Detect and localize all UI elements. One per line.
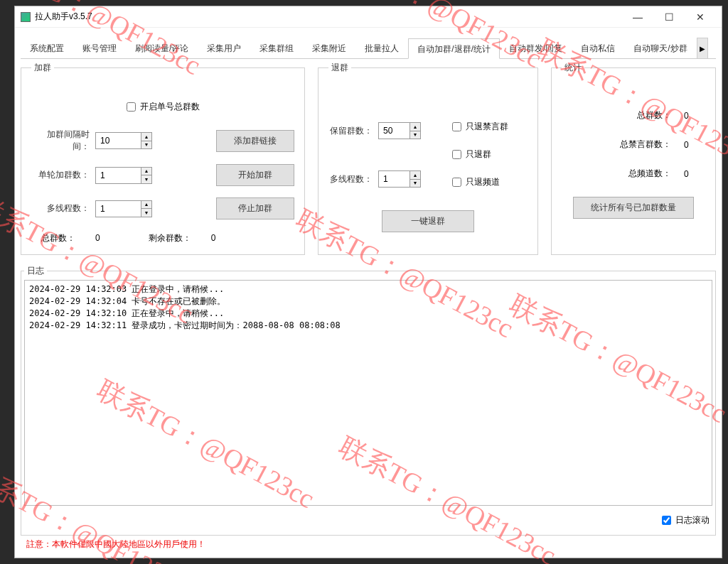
stats-legend: 统计	[562, 62, 584, 74]
tab-auto-send[interactable]: 自动群发/回复	[500, 38, 572, 58]
app-window: 拉人助手v3.5.7 ― ☐ ✕ 系统配置 账号管理 刷阅读量/评论 采集用户 …	[14, 6, 722, 558]
only-group-checkbox[interactable]	[452, 150, 461, 159]
enable-single-total-checkbox[interactable]	[127, 102, 136, 112]
round-input[interactable]	[95, 167, 141, 184]
interval-label: 加群间隔时间：	[31, 129, 90, 153]
warning-text: 註意：本軟件僅限中國大陸地區以外用戶使用！	[21, 536, 716, 552]
log-legend: 日志	[24, 265, 47, 277]
tab-auto-dm[interactable]: 自动私信	[572, 38, 624, 58]
tab-scroll-right[interactable]: ▶	[697, 38, 708, 58]
maximize-button[interactable]: ☐	[653, 7, 685, 27]
add-link-button[interactable]: 添加群链接	[216, 130, 294, 152]
tab-batch-pull[interactable]: 批量拉人	[355, 38, 408, 58]
quit-threads-input[interactable]	[378, 170, 410, 188]
tab-auto-group[interactable]: 自动加群/退群/统计	[408, 38, 500, 59]
log-panel: 日志 2024-02-29 14:32:03 正在登录中，请稍候... 2024…	[21, 265, 716, 536]
remain-groups-label: 剩余群数：	[149, 233, 191, 243]
join-legend: 加群	[31, 62, 54, 74]
app-icon	[21, 12, 31, 22]
log-textarea[interactable]: 2024-02-29 14:32:03 正在登录中，请稍候... 2024-02…	[24, 280, 712, 506]
join-panel: 加群 开启单号总群数 加群间隔时间： ▲▼ 添加群链接	[21, 62, 305, 255]
join-threads-label: 多线程数：	[31, 202, 90, 215]
enable-single-total-label: 开启单号总群数	[140, 101, 200, 113]
keep-label: 保留群数：	[328, 125, 373, 137]
stats-banned-value: 0	[684, 140, 705, 150]
calc-stats-button[interactable]: 统计所有号已加群数量	[573, 197, 694, 219]
tab-read-comment[interactable]: 刷阅读量/评论	[126, 38, 198, 58]
tab-auto-chat[interactable]: 自动聊天/炒群	[624, 38, 696, 58]
quit-panel: 退群 保留群数： ▲▼ 多线程数：	[318, 62, 538, 255]
minimize-button[interactable]: ―	[622, 7, 653, 27]
start-join-button[interactable]: 开始加群	[216, 164, 294, 186]
join-threads-input[interactable]	[95, 200, 141, 217]
keep-input[interactable]	[378, 122, 410, 139]
tab-collect-user[interactable]: 采集用户	[198, 38, 250, 58]
content-area: 加群 开启单号总群数 加群间隔时间： ▲▼ 添加群链接	[15, 59, 722, 558]
round-spinner[interactable]: ▲▼	[141, 167, 152, 184]
stats-total-label: 总群数：	[607, 109, 671, 121]
stats-channels-value: 0	[684, 169, 705, 179]
interval-input[interactable]	[95, 132, 141, 149]
stats-channels-label: 总频道数：	[607, 168, 671, 180]
close-button[interactable]: ✕	[685, 7, 716, 27]
interval-spinner[interactable]: ▲▼	[141, 132, 152, 149]
tab-account-manage[interactable]: 账号管理	[73, 38, 126, 58]
remain-groups-value: 0	[211, 233, 216, 243]
tab-collect-group[interactable]: 采集群组	[250, 38, 303, 58]
log-scroll-label: 日志滚动	[675, 514, 710, 526]
quit-legend: 退群	[328, 62, 351, 74]
window-title: 拉人助手v3.5.7	[35, 11, 622, 23]
round-label: 单轮加群数：	[31, 169, 90, 181]
titlebar: 拉人助手v3.5.7 ― ☐ ✕	[15, 6, 722, 28]
total-groups-value: 0	[95, 233, 100, 243]
stop-join-button[interactable]: 停止加群	[216, 197, 294, 219]
total-groups-label: 总群数：	[41, 233, 75, 243]
stats-total-value: 0	[684, 111, 705, 121]
only-banned-label: 只退禁言群	[466, 121, 508, 133]
tab-system-config[interactable]: 系统配置	[21, 38, 73, 58]
tab-collect-nearby[interactable]: 采集附近	[303, 38, 355, 58]
quit-threads-spinner[interactable]: ▲▼	[410, 170, 421, 188]
log-scroll-checkbox[interactable]	[662, 516, 671, 525]
quit-threads-label: 多线程数：	[328, 173, 373, 185]
quit-all-button[interactable]: 一键退群	[382, 210, 474, 232]
only-channel-label: 只退频道	[466, 176, 500, 188]
only-banned-checkbox[interactable]	[452, 122, 461, 131]
tab-bar: 系统配置 账号管理 刷阅读量/评论 采集用户 采集群组 采集附近 批量拉人 自动…	[21, 38, 716, 59]
only-channel-checkbox[interactable]	[452, 178, 461, 187]
join-threads-spinner[interactable]: ▲▼	[141, 200, 152, 217]
stats-panel: 统计 总群数： 0 总禁言群数： 0 总频道数： 0	[551, 62, 716, 255]
stats-banned-label: 总禁言群数：	[607, 139, 671, 151]
only-group-label: 只退群	[466, 148, 491, 161]
keep-spinner[interactable]: ▲▼	[410, 122, 421, 139]
